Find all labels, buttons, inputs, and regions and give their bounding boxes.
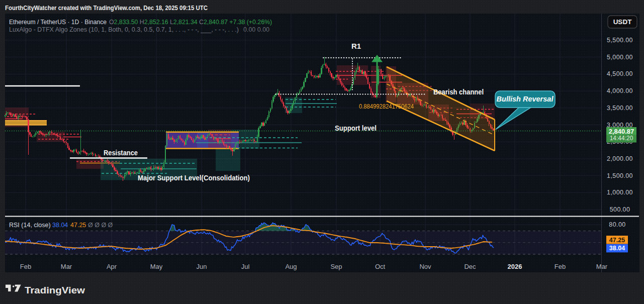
svg-text:0.00 0.00: 0.00 0.00 [243, 26, 269, 33]
svg-text:3,500.00: 3,500.00 [607, 105, 633, 112]
svg-text:Bearish channel: Bearish channel [433, 88, 484, 96]
svg-text:5,500.00: 5,500.00 [607, 37, 633, 44]
svg-text:FourthCityWatcher created with: FourthCityWatcher created with TradingVi… [5, 4, 208, 12]
svg-text:Resistance: Resistance [104, 149, 138, 157]
svg-text:Major Support Level(Consolidat: Major Support Level(Consolidation) [138, 174, 250, 182]
svg-text:Feb: Feb [20, 263, 31, 270]
svg-text:500.00: 500.00 [610, 206, 630, 213]
svg-text:1,000.00: 1,000.00 [607, 189, 633, 196]
svg-text:USDT: USDT [613, 18, 632, 26]
svg-text:May: May [150, 263, 163, 270]
svg-text:Jul: Jul [241, 263, 250, 270]
svg-text:14:44:20: 14:44:20 [610, 135, 633, 142]
svg-text:Apr: Apr [107, 263, 117, 270]
svg-text:Feb: Feb [555, 263, 566, 270]
svg-text:2,840.87: 2,840.87 [609, 128, 634, 135]
svg-text:Oct: Oct [375, 263, 386, 270]
svg-text:2,000.00: 2,000.00 [607, 155, 633, 162]
svg-text:Ø Ø Ø Ø: Ø Ø Ø Ø [88, 222, 113, 229]
svg-text:2026: 2026 [508, 263, 522, 270]
svg-text:Jun: Jun [197, 263, 207, 270]
svg-text:47.25: 47.25 [609, 237, 625, 244]
svg-text:Ethereum / TetherUS · 1D · Bin: Ethereum / TetherUS · 1D · Binance [9, 18, 107, 26]
svg-text:R1: R1 [351, 42, 361, 50]
svg-text:47.25: 47.25 [70, 222, 86, 229]
svg-text:38.04: 38.04 [52, 222, 68, 229]
svg-text:4,500.00: 4,500.00 [607, 70, 633, 77]
svg-text:O2,833.50 H2,852.16 L2,821.34: O2,833.50 H2,852.16 L2,821.34 C2,840.87 … [109, 18, 272, 26]
svg-text:1,500.00: 1,500.00 [607, 172, 633, 179]
svg-text:LuxAlgo - DTFX Algo Zones (10,: LuxAlgo - DTFX Algo Zones (10, 1, Both, … [9, 26, 239, 33]
svg-text:Aug: Aug [285, 263, 297, 270]
svg-text:5,000.00: 5,000.00 [607, 54, 633, 61]
svg-text:38.04: 38.04 [609, 245, 625, 252]
svg-text:RSI (14, close): RSI (14, close) [9, 222, 51, 229]
svg-text:Dec: Dec [464, 263, 476, 270]
svg-text:TradingView: TradingView [25, 285, 85, 295]
svg-text:Nov: Nov [419, 263, 431, 270]
svg-text:4,000.00: 4,000.00 [607, 87, 633, 94]
svg-text:80.00: 80.00 [609, 221, 625, 228]
svg-text:0.8849928241750624: 0.8849928241750624 [359, 103, 414, 110]
svg-text:Bullish Reversal: Bullish Reversal [497, 95, 554, 103]
svg-text:Sep: Sep [330, 263, 342, 270]
svg-text:Mar: Mar [596, 263, 608, 270]
svg-text:Mar: Mar [61, 263, 72, 270]
